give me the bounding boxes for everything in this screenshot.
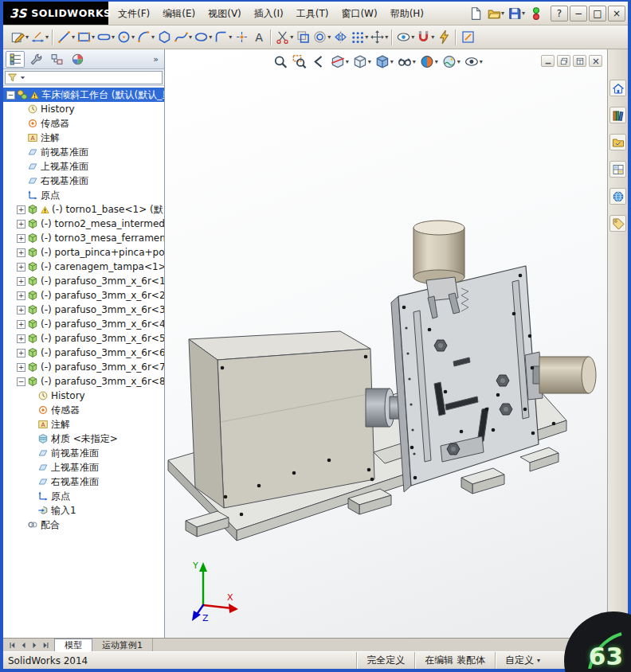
minimize-doc-button[interactable] [541, 55, 555, 67]
close-doc-button[interactable] [589, 55, 602, 67]
doc-tab-1[interactable]: 运动算例1 [92, 639, 153, 651]
convert-entities-button[interactable] [294, 28, 312, 47]
menu-item-2[interactable]: 视图(V) [202, 2, 248, 25]
tree-row-sub-sensors[interactable]: 传感器 [3, 403, 164, 417]
featuremanager-tab-button[interactable] [6, 51, 25, 68]
tab-last-button[interactable] [40, 639, 51, 651]
home-button[interactable] [609, 80, 626, 96]
tree-row-parafuso-7[interactable]: +(-) parafuso_3mm_x_6r<7> [3, 360, 164, 374]
tab-first-button[interactable] [6, 639, 18, 651]
display-style-button[interactable]: ▾ [374, 52, 395, 71]
tree-row-sub-annotations[interactable]: A注解 [3, 417, 164, 432]
restore-doc-button[interactable] [557, 55, 570, 67]
save-button[interactable]: ▾ [507, 4, 526, 23]
display-relations-button[interactable]: ▾ [395, 28, 415, 47]
fillet-button[interactable]: ▾ [213, 28, 233, 47]
tree-row-front-plane[interactable]: 前视基准面 [3, 145, 164, 159]
line-button[interactable]: ▾ [56, 28, 76, 47]
tree-row-origin[interactable]: 原点 [3, 188, 164, 202]
prev-view-button[interactable] [310, 52, 328, 71]
menu-item-4[interactable]: 工具(T) [290, 2, 335, 25]
offset-entities-button[interactable]: ▾ [312, 28, 331, 47]
tree-row-torno3-mesa[interactable]: +(-) torno3_mesa_ferrament [3, 231, 164, 245]
expand-panel-chevron[interactable]: » [150, 54, 162, 64]
linear-pattern-button[interactable]: ▾ [349, 28, 369, 47]
tree-row-annotations[interactable]: A注解 [3, 131, 164, 145]
tree-row-sub-front-plane[interactable]: 前视基准面 [3, 446, 164, 460]
propertymanager-tab-button[interactable] [26, 51, 45, 68]
tree-row-top-plane[interactable]: 上视基准面 [3, 159, 164, 174]
move-entities-button[interactable]: ▾ [369, 28, 389, 47]
file-explorer-button[interactable] [609, 134, 626, 150]
mirror-entities-button[interactable] [331, 28, 349, 47]
view-orientation-button[interactable]: ▾ [351, 52, 373, 71]
tree-row-torno2-mesa[interactable]: +(-) torno2_mesa_intermedi [3, 217, 164, 231]
tree-row-torno1-base[interactable]: +(-) torno1_base<1> (默 [3, 202, 164, 217]
smart-dimension-button[interactable]: ▾ [29, 28, 49, 47]
tree-row-parafuso-8[interactable]: −(-) parafuso_3mm_x_6r<8> [3, 374, 164, 389]
expand-toggle[interactable]: + [17, 248, 25, 257]
doc-tab-0[interactable]: 模型 [54, 639, 92, 651]
tree-row-parafuso-3[interactable]: +(-) parafuso_3mm_x_6r<3> [3, 303, 164, 317]
expand-toggle[interactable]: + [17, 234, 25, 243]
custom-properties-button[interactable] [609, 215, 626, 232]
section-view-button[interactable]: ▾ [329, 52, 351, 71]
filter-dropdown[interactable] [5, 71, 163, 84]
quick-snaps-button[interactable]: ▾ [415, 28, 435, 47]
speed-monitor-overlay[interactable]: ▲0K/s ▼0K/s 63 [492, 613, 628, 669]
expand-toggle[interactable]: + [17, 220, 25, 229]
hide-show-items-button[interactable]: ▾ [396, 52, 417, 71]
expand-toggle[interactable]: + [17, 263, 25, 272]
edit-appearance-button[interactable]: ▾ [418, 52, 440, 71]
tree-row-sensors[interactable]: 传感器 [3, 116, 164, 131]
expand-toggle[interactable]: + [17, 363, 25, 372]
machine-3d-model[interactable]: Y X Z [165, 49, 607, 638]
tree-row-parafuso-2[interactable]: +(-) parafuso_3mm_x_6r<2> [3, 288, 164, 303]
open-document-button[interactable]: ▾ [486, 4, 505, 23]
zoom-area-button[interactable] [291, 52, 309, 71]
tab-next-button[interactable] [29, 639, 40, 651]
trim-button[interactable]: ▾ [274, 28, 294, 47]
rectangle-button[interactable]: ▾ [76, 28, 96, 47]
expand-toggle[interactable]: + [17, 291, 25, 300]
ellipse-button[interactable]: ▾ [193, 28, 213, 47]
tree-row-mates[interactable]: 配合 [3, 518, 164, 532]
help-button[interactable]: ? [551, 6, 568, 21]
expand-toggle[interactable]: + [17, 205, 25, 214]
tree-row-parafuso-1[interactable]: +(-) parafuso_3mm_x_6r<1> [3, 274, 164, 288]
maximize-button[interactable]: □ [589, 6, 606, 21]
rapid-sketch-button[interactable] [435, 28, 453, 47]
design-library-button[interactable] [609, 107, 626, 123]
tree-row-sub-origin[interactable]: 原点 [3, 489, 164, 503]
expand-toggle[interactable]: + [17, 334, 25, 343]
tree-row-sub-right-plane[interactable]: 右视基准面 [3, 475, 164, 489]
new-document-button[interactable] [467, 4, 484, 23]
spline-button[interactable]: ▾ [173, 28, 193, 47]
configurationmanager-tab-button[interactable] [47, 51, 66, 68]
tree-row-root[interactable]: −车床倾斜工作台 (默认(默认_显 [3, 88, 164, 102]
instant2d-button[interactable] [459, 28, 476, 47]
collapse-toggle[interactable]: − [6, 91, 15, 100]
minimize-button[interactable]: − [570, 6, 587, 21]
menu-item-6[interactable]: 帮助(H) [384, 2, 430, 25]
tree-row-imported1[interactable]: 输入1 [3, 503, 164, 518]
status-leds-button[interactable] [527, 4, 545, 23]
tile-doc-button[interactable] [573, 55, 586, 67]
tree-row-sub-history[interactable]: History [3, 389, 164, 403]
appearances-button[interactable] [609, 188, 626, 205]
tree-row-carenagem-tampa[interactable]: +(-) carenagem_tampa<1> (默 [3, 260, 164, 274]
tree-row-parafuso-6[interactable]: +(-) parafuso_3mm_x_6r<6> [3, 346, 164, 360]
displaymanager-tab-button[interactable] [68, 51, 87, 68]
arc-button[interactable]: ▾ [135, 28, 155, 47]
circle-button[interactable]: ▾ [116, 28, 135, 47]
tree-row-parafuso-4[interactable]: +(-) parafuso_3mm_x_6r<4> [3, 317, 164, 331]
expand-toggle[interactable]: + [17, 277, 25, 286]
tree-row-parafuso-5[interactable]: +(-) parafuso_3mm_x_6r<5> [3, 331, 164, 346]
zoom-fit-button[interactable] [272, 52, 290, 71]
slot-button[interactable]: ▾ [96, 28, 116, 47]
polygon-button[interactable] [155, 28, 173, 47]
tab-prev-button[interactable] [18, 639, 29, 651]
menu-item-5[interactable]: 窗口(W) [335, 2, 383, 25]
apply-scene-button[interactable]: ▾ [441, 52, 462, 71]
tree-row-sub-top-plane[interactable]: 上视基准面 [3, 460, 164, 475]
